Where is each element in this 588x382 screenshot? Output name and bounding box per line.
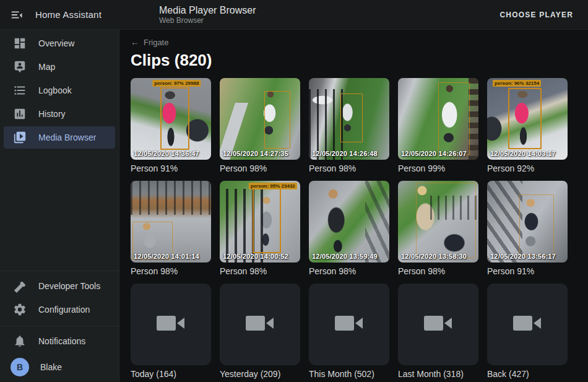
folder-thumbnail bbox=[220, 284, 300, 365]
breadcrumb-label: Frigate bbox=[144, 38, 168, 47]
video-camera-icon bbox=[423, 313, 453, 336]
clip-label: Person 91% bbox=[131, 163, 211, 173]
folder-label: Yesterday (209) bbox=[220, 369, 300, 379]
app-title: Home Assistant bbox=[35, 9, 102, 20]
sidebar-item-label: History bbox=[38, 109, 66, 119]
sidebar-item-media-browser[interactable]: Media Browser bbox=[4, 126, 115, 149]
clip-thumbnail: person: 97% 29988 12/05/2020 14:36:47 bbox=[131, 78, 211, 160]
clip-timestamp: 12/05/2020 13:56:17 bbox=[490, 253, 556, 260]
clip-card[interactable]: 12/05/2020 13:58:30 Person 98% bbox=[398, 181, 478, 276]
detection-box bbox=[438, 82, 470, 155]
folder-thumbnail bbox=[131, 284, 211, 365]
media-browser-icon bbox=[12, 130, 27, 145]
detection-box bbox=[340, 93, 363, 142]
sidebar-item-label: Overview bbox=[38, 38, 74, 48]
clip-timestamp: 12/05/2020 13:58:30 bbox=[401, 253, 467, 260]
video-camera-icon bbox=[156, 313, 186, 336]
sidebar-spacer bbox=[0, 150, 119, 267]
sidebar-item-overview[interactable]: Overview bbox=[4, 32, 115, 54]
sidebar-item-history[interactable]: History bbox=[4, 103, 115, 125]
home-assistant-app: Home Assistant Media Player Browser Web … bbox=[0, 0, 588, 382]
clip-thumbnail: person: 96% 32154 12/05/2020 14:03:17 bbox=[487, 78, 568, 160]
detection-box bbox=[416, 183, 477, 259]
sidebar-item-notifications[interactable]: Notifications bbox=[4, 330, 115, 352]
clip-card[interactable]: person: 97% 29988 12/05/2020 14:36:47 Pe… bbox=[131, 78, 211, 173]
clip-timestamp: 12/05/2020 14:26:07 bbox=[401, 150, 467, 157]
sidebar-nav-items: Overview Map Logbook History Media Brows… bbox=[0, 32, 119, 150]
folder-thumbnail bbox=[487, 284, 568, 365]
clip-timestamp: 12/05/2020 13:59:49 bbox=[312, 253, 378, 260]
sidebar-item-label: Logbook bbox=[38, 85, 72, 95]
clip-thumbnail: 12/05/2020 13:56:17 bbox=[487, 181, 568, 263]
detection-box bbox=[264, 91, 291, 148]
sidebar-item-configuration[interactable]: Configuration bbox=[4, 298, 115, 321]
page-title: Clips (820) bbox=[131, 51, 588, 69]
clip-timestamp: 12/05/2020 14:26:48 bbox=[312, 150, 378, 157]
sidebar-item-label: Configuration bbox=[38, 305, 90, 315]
detection-box bbox=[508, 88, 542, 149]
folder-card[interactable]: Back (427) bbox=[487, 284, 568, 379]
folder-card[interactable]: Today (164) bbox=[131, 284, 211, 379]
list-icon bbox=[12, 83, 27, 98]
folder-thumbnail bbox=[309, 284, 389, 365]
clip-card[interactable]: 12/05/2020 13:59:49 Person 98% bbox=[309, 181, 389, 276]
sidebar-item-map[interactable]: Map bbox=[4, 56, 115, 78]
clip-label: Person 98% bbox=[398, 266, 478, 276]
media-player-title: Media Player Browser bbox=[159, 4, 256, 16]
detection-tag: person: 95% 23432 bbox=[249, 183, 297, 189]
clip-timestamp: 12/05/2020 14:36:47 bbox=[134, 150, 199, 157]
folder-card[interactable]: Yesterday (209) bbox=[220, 284, 300, 379]
menu-open-icon[interactable] bbox=[9, 7, 24, 22]
clips-grid: person: 97% 29988 12/05/2020 14:36:47 Pe… bbox=[131, 78, 588, 379]
clip-label: Person 99% bbox=[398, 163, 478, 173]
breadcrumb-back[interactable]: ← Frigate bbox=[131, 37, 588, 47]
clip-thumbnail: person: 95% 23432 12/05/2020 14:00:52 bbox=[220, 181, 300, 263]
folder-label: This Month (502) bbox=[309, 369, 389, 379]
clip-label: Person 98% bbox=[220, 266, 300, 276]
clip-thumbnail: 12/05/2020 14:01:14 bbox=[131, 181, 211, 263]
user-name: Blake bbox=[40, 362, 62, 372]
detection-box bbox=[253, 188, 281, 254]
detection-box bbox=[519, 194, 554, 256]
bell-icon bbox=[12, 334, 27, 349]
clip-thumbnail: 12/05/2020 13:59:49 bbox=[309, 181, 389, 263]
sidebar-item-label: Media Browser bbox=[38, 132, 96, 142]
sidebar-header: Home Assistant bbox=[0, 7, 119, 22]
clip-card[interactable]: 12/05/2020 14:27:35 Person 98% bbox=[220, 78, 300, 173]
clip-card[interactable]: 12/05/2020 14:26:48 Person 98% bbox=[309, 78, 389, 173]
clip-thumbnail: 12/05/2020 13:58:30 bbox=[398, 181, 478, 263]
dashboard-icon bbox=[12, 36, 27, 51]
clip-timestamp: 12/05/2020 14:01:14 bbox=[134, 253, 199, 260]
media-title-block: Media Player Browser Web Browser bbox=[119, 4, 256, 25]
choose-player-button[interactable]: CHOOSE PLAYER bbox=[495, 7, 578, 23]
media-header: Media Player Browser Web Browser CHOOSE … bbox=[119, 4, 588, 25]
detection-box bbox=[160, 87, 189, 150]
clip-label: Person 98% bbox=[309, 163, 389, 173]
clip-thumbnail: 12/05/2020 14:26:07 bbox=[398, 78, 478, 160]
clip-thumbnail: 12/05/2020 14:27:35 bbox=[220, 78, 300, 160]
sidebar-item-developer-tools[interactable]: Developer Tools bbox=[4, 275, 115, 297]
video-camera-icon bbox=[245, 313, 275, 336]
gear-icon bbox=[12, 302, 27, 317]
folder-card[interactable]: Last Month (318) bbox=[398, 284, 478, 379]
clip-thumbnail: 12/05/2020 14:26:48 bbox=[309, 78, 389, 160]
clip-card[interactable]: 12/05/2020 13:56:17 Person 91% bbox=[487, 181, 568, 276]
video-camera-icon bbox=[334, 313, 364, 336]
clip-timestamp: 12/05/2020 14:03:17 bbox=[490, 150, 556, 157]
media-player-subtitle: Web Browser bbox=[159, 16, 256, 25]
clip-label: Person 98% bbox=[309, 266, 389, 276]
folder-card[interactable]: This Month (502) bbox=[309, 284, 389, 379]
sidebar-item-logbook[interactable]: Logbook bbox=[4, 79, 115, 102]
sidebar-user-profile[interactable]: B Blake bbox=[4, 354, 115, 381]
clip-timestamp: 12/05/2020 14:00:52 bbox=[223, 253, 288, 260]
folder-label: Back (427) bbox=[487, 369, 568, 379]
clip-label: Person 98% bbox=[220, 163, 300, 173]
clip-card[interactable]: 12/05/2020 14:01:14 Person 98% bbox=[131, 181, 211, 276]
clip-card[interactable]: person: 95% 23432 12/05/2020 14:00:52 Pe… bbox=[220, 181, 300, 276]
notifications-label: Notifications bbox=[38, 336, 85, 346]
folder-thumbnail bbox=[398, 284, 478, 365]
clip-card[interactable]: 12/05/2020 14:26:07 Person 99% bbox=[398, 78, 478, 173]
clip-card[interactable]: person: 96% 32154 12/05/2020 14:03:17 Pe… bbox=[487, 78, 568, 173]
clip-label: Person 98% bbox=[131, 266, 211, 276]
clip-timestamp: 12/05/2020 14:27:35 bbox=[223, 150, 288, 157]
